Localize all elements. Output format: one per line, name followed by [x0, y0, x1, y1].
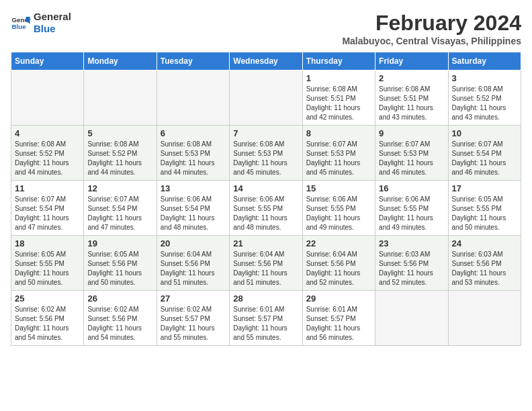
header-cell-friday: Friday — [375, 52, 448, 71]
day-number: 6 — [161, 128, 226, 138]
calendar-cell: 15Sunrise: 6:06 AMSunset: 5:55 PMDayligh… — [302, 181, 375, 236]
calendar-cell: 3Sunrise: 6:08 AMSunset: 5:52 PMDaylight… — [448, 71, 521, 126]
day-number: 29 — [306, 293, 371, 304]
day-info: Sunrise: 6:02 AMSunset: 5:56 PMDaylight:… — [15, 305, 80, 342]
day-info: Sunrise: 6:07 AMSunset: 5:54 PMDaylight:… — [15, 195, 80, 232]
day-info: Sunrise: 6:05 AMSunset: 5:55 PMDaylight:… — [15, 250, 80, 287]
calendar-cell: 7Sunrise: 6:08 AMSunset: 5:53 PMDaylight… — [230, 126, 302, 181]
calendar-cell: 5Sunrise: 6:08 AMSunset: 5:52 PMDaylight… — [84, 126, 157, 181]
calendar-cell: 18Sunrise: 6:05 AMSunset: 5:55 PMDayligh… — [11, 236, 84, 291]
day-number: 1 — [306, 73, 371, 83]
header-cell-monday: Monday — [84, 52, 157, 71]
calendar-header: SundayMondayTuesdayWednesdayThursdayFrid… — [11, 52, 521, 71]
day-info: Sunrise: 6:07 AMSunset: 5:53 PMDaylight:… — [306, 140, 371, 177]
calendar-cell: 21Sunrise: 6:04 AMSunset: 5:56 PMDayligh… — [230, 236, 302, 291]
title-area: February 2024 Malabuyoc, Central Visayas… — [342, 11, 521, 46]
day-number: 24 — [452, 238, 517, 248]
day-number: 14 — [233, 183, 298, 193]
calendar-cell: 9Sunrise: 6:07 AMSunset: 5:53 PMDaylight… — [375, 126, 448, 181]
calendar-cell: 4Sunrise: 6:08 AMSunset: 5:52 PMDaylight… — [11, 126, 84, 181]
calendar-cell: 13Sunrise: 6:06 AMSunset: 5:54 PMDayligh… — [157, 181, 229, 236]
calendar-cell: 25Sunrise: 6:02 AMSunset: 5:56 PMDayligh… — [11, 291, 84, 346]
svg-text:Blue: Blue — [12, 23, 27, 30]
page-header: General Blue General Blue February 2024 … — [11, 11, 521, 46]
calendar-title: February 2024 — [342, 11, 521, 36]
calendar-body: 1Sunrise: 6:08 AMSunset: 5:51 PMDaylight… — [11, 71, 521, 346]
header-cell-saturday: Saturday — [448, 52, 521, 71]
calendar-week-4: 18Sunrise: 6:05 AMSunset: 5:55 PMDayligh… — [11, 236, 521, 291]
calendar-cell: 19Sunrise: 6:05 AMSunset: 5:56 PMDayligh… — [84, 236, 157, 291]
calendar-cell: 24Sunrise: 6:03 AMSunset: 5:56 PMDayligh… — [448, 236, 521, 291]
calendar-cell: 16Sunrise: 6:06 AMSunset: 5:55 PMDayligh… — [375, 181, 448, 236]
day-info: Sunrise: 6:07 AMSunset: 5:53 PMDaylight:… — [379, 140, 444, 177]
logo-text-blue: Blue — [34, 23, 71, 35]
day-number: 19 — [87, 238, 152, 248]
day-info: Sunrise: 6:08 AMSunset: 5:53 PMDaylight:… — [161, 140, 226, 177]
day-info: Sunrise: 6:08 AMSunset: 5:52 PMDaylight:… — [87, 140, 152, 177]
day-info: Sunrise: 6:02 AMSunset: 5:57 PMDaylight:… — [161, 305, 226, 342]
day-info: Sunrise: 6:06 AMSunset: 5:55 PMDaylight:… — [379, 195, 444, 232]
calendar-subtitle: Malabuyoc, Central Visayas, Philippines — [342, 36, 521, 46]
calendar-cell — [11, 71, 84, 126]
day-number: 13 — [161, 183, 226, 193]
day-number: 26 — [87, 293, 152, 304]
day-number: 18 — [15, 238, 80, 248]
day-info: Sunrise: 6:05 AMSunset: 5:55 PMDaylight:… — [452, 195, 517, 232]
header-row: SundayMondayTuesdayWednesdayThursdayFrid… — [11, 52, 521, 71]
calendar-cell — [84, 71, 157, 126]
day-info: Sunrise: 6:01 AMSunset: 5:57 PMDaylight:… — [306, 305, 371, 342]
day-number: 2 — [379, 73, 444, 83]
calendar-cell: 14Sunrise: 6:06 AMSunset: 5:55 PMDayligh… — [230, 181, 302, 236]
calendar-cell: 6Sunrise: 6:08 AMSunset: 5:53 PMDaylight… — [157, 126, 229, 181]
calendar-week-2: 4Sunrise: 6:08 AMSunset: 5:52 PMDaylight… — [11, 126, 521, 181]
day-number: 5 — [87, 128, 152, 138]
day-number: 11 — [15, 183, 80, 193]
day-number: 4 — [15, 128, 80, 138]
day-info: Sunrise: 6:06 AMSunset: 5:55 PMDaylight:… — [233, 195, 298, 232]
calendar-cell — [230, 71, 302, 126]
calendar-cell — [157, 71, 229, 126]
calendar-cell: 26Sunrise: 6:02 AMSunset: 5:56 PMDayligh… — [84, 291, 157, 346]
day-info: Sunrise: 6:02 AMSunset: 5:56 PMDaylight:… — [87, 305, 152, 342]
calendar-cell: 1Sunrise: 6:08 AMSunset: 5:51 PMDaylight… — [302, 71, 375, 126]
logo: General Blue General Blue — [11, 11, 71, 35]
calendar-cell: 29Sunrise: 6:01 AMSunset: 5:57 PMDayligh… — [302, 291, 375, 346]
calendar-week-5: 25Sunrise: 6:02 AMSunset: 5:56 PMDayligh… — [11, 291, 521, 346]
day-info: Sunrise: 6:04 AMSunset: 5:56 PMDaylight:… — [306, 250, 371, 287]
calendar-table: SundayMondayTuesdayWednesdayThursdayFrid… — [11, 52, 521, 346]
day-info: Sunrise: 6:06 AMSunset: 5:55 PMDaylight:… — [306, 195, 371, 232]
day-number: 27 — [161, 293, 226, 304]
day-info: Sunrise: 6:08 AMSunset: 5:52 PMDaylight:… — [15, 140, 80, 177]
calendar-cell: 8Sunrise: 6:07 AMSunset: 5:53 PMDaylight… — [302, 126, 375, 181]
calendar-cell: 2Sunrise: 6:08 AMSunset: 5:51 PMDaylight… — [375, 71, 448, 126]
day-number: 15 — [306, 183, 371, 193]
header-cell-thursday: Thursday — [302, 52, 375, 71]
calendar-cell: 23Sunrise: 6:03 AMSunset: 5:56 PMDayligh… — [375, 236, 448, 291]
day-number: 25 — [15, 293, 80, 304]
day-number: 21 — [233, 238, 298, 248]
day-number: 3 — [452, 73, 517, 83]
day-number: 7 — [233, 128, 298, 138]
day-number: 20 — [161, 238, 226, 248]
calendar-cell: 28Sunrise: 6:01 AMSunset: 5:57 PMDayligh… — [230, 291, 302, 346]
header-cell-tuesday: Tuesday — [157, 52, 229, 71]
day-info: Sunrise: 6:08 AMSunset: 5:52 PMDaylight:… — [452, 85, 517, 122]
calendar-cell: 12Sunrise: 6:07 AMSunset: 5:54 PMDayligh… — [84, 181, 157, 236]
day-number: 22 — [306, 238, 371, 248]
calendar-cell — [448, 291, 521, 346]
day-number: 10 — [452, 128, 517, 138]
day-info: Sunrise: 6:07 AMSunset: 5:54 PMDaylight:… — [452, 140, 517, 177]
day-number: 28 — [233, 293, 298, 304]
day-number: 23 — [379, 238, 444, 248]
day-info: Sunrise: 6:03 AMSunset: 5:56 PMDaylight:… — [379, 250, 444, 287]
day-number: 12 — [87, 183, 152, 193]
header-cell-wednesday: Wednesday — [230, 52, 302, 71]
calendar-week-1: 1Sunrise: 6:08 AMSunset: 5:51 PMDaylight… — [11, 71, 521, 126]
day-info: Sunrise: 6:04 AMSunset: 5:56 PMDaylight:… — [161, 250, 226, 287]
calendar-cell — [375, 291, 448, 346]
logo-icon: General Blue — [11, 13, 31, 33]
day-info: Sunrise: 6:04 AMSunset: 5:56 PMDaylight:… — [233, 250, 298, 287]
header-cell-sunday: Sunday — [11, 52, 84, 71]
day-info: Sunrise: 6:01 AMSunset: 5:57 PMDaylight:… — [233, 305, 298, 342]
day-number: 9 — [379, 128, 444, 138]
